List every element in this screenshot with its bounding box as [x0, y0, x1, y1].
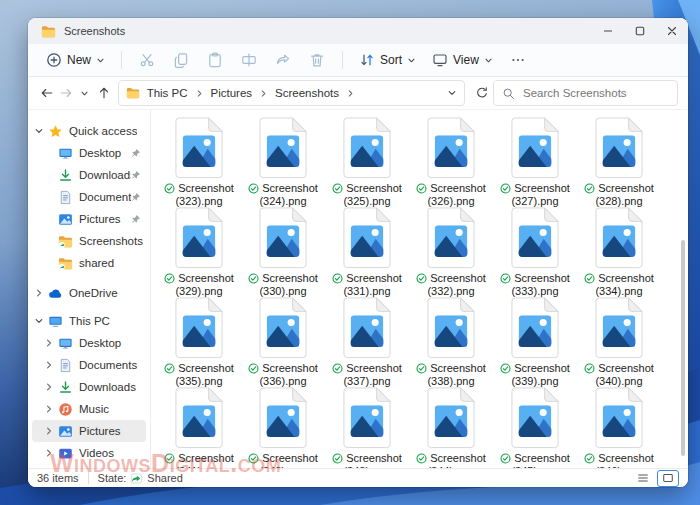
view-button[interactable]: View [424, 48, 501, 72]
file-item[interactable]: Screenshot(327).png [493, 112, 577, 202]
file-item[interactable]: Screenshot(337).png [325, 292, 409, 382]
more-options-button[interactable] [501, 48, 535, 72]
chevron-right-icon[interactable] [44, 448, 54, 458]
file-item[interactable]: Screenshot(335).png [157, 292, 241, 382]
file-label-line1: Screenshot [248, 362, 318, 375]
file-item[interactable]: Screenshot(326).png [409, 112, 493, 202]
file-name: Screenshot [430, 362, 486, 375]
titlebar: Screenshots [28, 18, 688, 44]
breadcrumb-item-screenshots[interactable]: Screenshots [273, 86, 341, 100]
sidebar-item-this-pc[interactable]: This PC [32, 310, 146, 332]
sidebar-item-pictures[interactable]: Pictures [32, 420, 146, 442]
share-button[interactable] [266, 48, 300, 72]
file-item[interactable]: Screenshot(338).png [409, 292, 493, 382]
file-item[interactable]: Screenshot(328).png [577, 112, 661, 202]
chevron-right-icon[interactable] [44, 426, 54, 436]
chevron-down-icon [407, 56, 416, 65]
file-item[interactable]: Screenshot(330).png [241, 202, 325, 292]
copy-button[interactable] [164, 48, 198, 72]
chevron-spacer [44, 236, 54, 246]
sidebar-item-videos[interactable]: Videos [32, 442, 146, 464]
file-name: Screenshot [262, 362, 318, 375]
details-view-toggle[interactable] [632, 470, 654, 487]
chevron-right-icon[interactable] [44, 338, 54, 348]
file-item[interactable]: Screenshot(345).png [493, 382, 577, 468]
sidebar-item-quick-access[interactable]: Quick access [32, 120, 146, 142]
state-label: State: [98, 472, 127, 484]
file-label: Screenshot(346).png [584, 452, 654, 468]
maximize-button[interactable] [624, 18, 656, 44]
file-item[interactable]: Screenshot(333).png [493, 202, 577, 292]
file-item[interactable]: Screenshot(324).png [241, 112, 325, 202]
sidebar-item-downloads[interactable]: Downloads [32, 164, 146, 186]
file-item[interactable]: Screenshot(329).png [157, 202, 241, 292]
sidebar-item-label: Downloads [79, 169, 131, 181]
sidebar-item-local-disk-c[interactable]: Local Disk (C:) [32, 464, 146, 468]
chevron-down-icon[interactable] [34, 126, 44, 136]
sidebar-item-shared[interactable]: shared [32, 252, 146, 274]
breadcrumb-item-this-pc[interactable]: This PC [145, 86, 190, 100]
file-item[interactable]: Screenshot(325).png [325, 112, 409, 202]
breadcrumb-separator-icon [259, 89, 268, 98]
back-button[interactable] [38, 82, 56, 104]
sidebar-item-onedrive[interactable]: OneDrive [32, 282, 146, 304]
scrollbar-thumb[interactable] [681, 240, 685, 456]
file-item[interactable]: Screenshot(346).png [577, 382, 661, 468]
file-item[interactable]: Screenshot(334).png [577, 202, 661, 292]
synced-check-icon [248, 183, 259, 194]
address-dropdown-icon[interactable] [447, 88, 457, 98]
chevron-right-icon[interactable] [44, 404, 54, 414]
sidebar-item-documents[interactable]: Documents [32, 354, 146, 376]
synced-check-icon [164, 453, 175, 464]
file-item[interactable]: Screenshot(339).png [493, 292, 577, 382]
sidebar-item-music[interactable]: Music [32, 398, 146, 420]
new-button[interactable]: New [38, 48, 113, 72]
rename-button[interactable] [232, 48, 266, 72]
breadcrumb-separator-icon [195, 89, 204, 98]
paste-button[interactable] [198, 48, 232, 72]
file-item[interactable]: Screenshot(331).png [325, 202, 409, 292]
file-name: Screenshot [346, 182, 402, 195]
minimize-button[interactable] [592, 18, 624, 44]
sidebar-item-desktop[interactable]: Desktop [32, 332, 146, 354]
file-item[interactable]: Screenshot(332).png [409, 202, 493, 292]
chevron-right-icon[interactable] [34, 288, 44, 298]
thumbnail-view-toggle[interactable] [657, 470, 679, 487]
breadcrumb[interactable]: This PCPicturesScreenshots [118, 80, 466, 106]
file-name: Screenshot [262, 182, 318, 195]
chevron-down-icon[interactable] [34, 316, 44, 326]
close-button[interactable] [656, 18, 688, 44]
image-file-icon [594, 387, 644, 449]
chevron-right-icon[interactable] [44, 360, 54, 370]
file-name: Screenshot [514, 362, 570, 375]
file-item[interactable]: Screenshot(336).png [241, 292, 325, 382]
sidebar-item-desktop[interactable]: Desktop [32, 142, 146, 164]
search-input[interactable] [521, 86, 669, 100]
forward-button[interactable] [57, 82, 75, 104]
sidebar-item-label: Desktop [79, 147, 121, 159]
sidebar-item-screenshots[interactable]: Screenshots [32, 230, 146, 252]
sort-button-label: Sort [380, 53, 402, 67]
file-item[interactable]: Screenshot(340).png [577, 292, 661, 382]
file-item[interactable]: Screenshot(341).png [157, 382, 241, 468]
sort-button[interactable]: Sort [351, 48, 424, 72]
search-box[interactable] [493, 80, 678, 106]
sidebar-item-pictures[interactable]: Pictures [32, 208, 146, 230]
sidebar-item-label: OneDrive [69, 287, 118, 299]
chevron-right-icon[interactable] [44, 382, 54, 392]
delete-button[interactable] [300, 48, 334, 72]
file-item[interactable]: Screenshot(342).png [241, 382, 325, 468]
file-label-line1: Screenshot [248, 182, 318, 195]
recent-locations-button[interactable] [76, 82, 94, 104]
file-item[interactable]: Screenshot(343).png [325, 382, 409, 468]
breadcrumb-item-pictures[interactable]: Pictures [209, 86, 255, 100]
command-icons [130, 48, 334, 72]
cut-button[interactable] [130, 48, 164, 72]
vertical-scrollbar[interactable] [680, 110, 687, 468]
file-item[interactable]: Screenshot(344).png [409, 382, 493, 468]
refresh-button[interactable] [471, 82, 492, 104]
up-button[interactable] [95, 82, 113, 104]
sidebar-item-documents[interactable]: Documents [32, 186, 146, 208]
file-item[interactable]: Screenshot(323).png [157, 112, 241, 202]
sidebar-item-downloads[interactable]: Downloads [32, 376, 146, 398]
